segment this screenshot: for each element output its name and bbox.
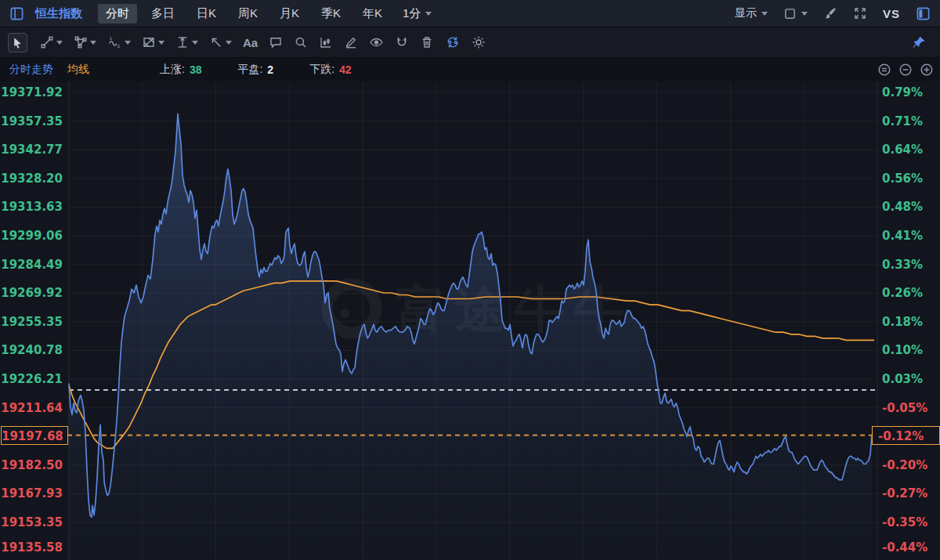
left-axis-label: 19255.35 [0,316,63,328]
advancers-label: 上涨: [160,63,185,77]
left-axis-label: 19328.20 [0,172,63,185]
advancers-stat: 上涨: 38 [160,63,201,77]
left-axis-label: 19357.35 [0,115,63,128]
fullscreen-icon[interactable] [853,6,867,20]
comment-tool[interactable] [269,35,283,49]
pin-icon[interactable] [912,35,926,49]
period-tabs: 分时多日日K周K月K季K年K [98,4,390,23]
right-axis-label: -0.27% [882,487,927,500]
left-axis-label: 19182.50 [0,459,63,471]
chevron-down-icon [158,41,164,45]
brush-icon[interactable] [823,6,837,20]
left-axis-label: 19240.78 [0,344,63,356]
tab-周K[interactable]: 周K [230,4,266,23]
right-axis-label: 0.41% [882,229,923,242]
right-axis-label: 0.18% [882,316,923,328]
chevron-down-icon [90,41,96,45]
sync-icon[interactable] [445,35,461,49]
right-axis-label: -0.05% [882,402,927,414]
candle-style-icon [783,7,797,20]
svg-text:1: 1 [110,36,113,41]
minute-chart-plot[interactable]: 富途牛牛 [0,81,940,560]
chart-area: 富途牛牛 19371.9219357.3519342.7719328.20193… [0,81,940,560]
zoom-in-button[interactable] [920,63,934,77]
right-axis-label: -0.44% [882,541,927,554]
decliners-value: 42 [339,63,352,76]
decliners-stat: 下跌: 42 [309,63,351,77]
left-axis-label: 19135.58 [0,541,63,554]
left-axis-label: 19153.35 [0,516,63,529]
cursor-tool[interactable] [8,33,27,52]
right-axis-label: 0.79% [882,86,923,99]
right-axis-label: 0.33% [882,258,923,271]
chevron-down-icon [192,41,198,45]
tab-月K[interactable]: 月K [272,4,307,23]
svg-text:3: 3 [118,44,121,49]
right-axis-label: 0.48% [882,201,923,213]
right-axis-label: 0.56% [882,172,923,185]
tab-多日[interactable]: 多日 [143,4,183,23]
right-axis-label: -0.20% [882,459,927,471]
panel-right-icon[interactable] [916,6,931,21]
drawing-toolbar: 1 3 Aa [0,27,940,58]
chart-header: 分时走势 均线 上涨: 38 平盘: 2 下跌: 42 [0,58,940,81]
tab-季K[interactable]: 季K [313,4,349,23]
text-tool[interactable]: Aa [243,36,258,49]
gear-icon[interactable] [472,35,486,49]
topbar-right: 显示 [735,6,931,21]
trading-chart-window: 恒生指数 分时多日日K周K月K季K年K 1分 显示 [0,0,940,560]
tab-分时[interactable]: 分时 [98,4,137,23]
zoom-reset-button[interactable] [877,63,891,77]
current-price-label: 19197.68 [1,426,68,445]
trash-icon[interactable] [420,35,434,49]
price-range-tool[interactable] [175,35,198,49]
left-axis-label: 19167.93 [0,487,63,500]
topbar-left: 恒生指数 分时多日日K周K月K季K年K 1分 [9,4,735,23]
unchanged-value: 2 [267,63,273,76]
chevron-down-icon [226,41,232,45]
eye-icon[interactable] [369,35,384,49]
chart-layout-icon[interactable] [9,6,24,21]
display-dropdown[interactable]: 显示 [735,6,768,20]
topbar: 恒生指数 分时多日日K周K月K季K年K 1分 显示 [0,0,940,27]
left-axis-label: 19371.92 [0,86,63,99]
text-tool-label: Aa [243,36,258,49]
shape-tool[interactable] [74,35,96,49]
candle-style-dropdown[interactable] [783,7,808,20]
pattern-tool[interactable] [142,35,164,49]
ruler-measure-icon[interactable] [319,35,333,49]
interval-label: 1分 [403,6,421,21]
zoom-out-button[interactable] [898,63,913,77]
ma-tab[interactable]: 均线 [67,63,89,77]
left-axis-label: 19211.64 [0,402,63,414]
trend-line-tool[interactable] [40,35,63,49]
left-axis-label: 19226.21 [0,373,63,385]
symbol-title[interactable]: 恒生指数 [35,6,82,21]
advancers-value: 38 [190,63,202,76]
right-axis-label: -0.35% [882,516,927,529]
chevron-down-icon [125,41,131,45]
tab-日K[interactable]: 日K [189,4,224,23]
unchanged-label: 平盘: [237,63,262,77]
magnet-icon[interactable] [395,35,409,49]
arrow-tool[interactable] [209,35,232,49]
breadth-stats: 上涨: 38 平盘: 2 下跌: 42 [160,63,352,77]
right-axis-label: 0.71% [882,115,923,128]
wave-count-tool[interactable]: 1 3 [107,35,131,49]
tab-年K[interactable]: 年K [355,4,390,23]
search-icon[interactable] [294,35,308,49]
left-axis-label: 19342.77 [0,143,63,156]
right-axis-label: 0.64% [882,143,923,156]
right-axis-label: 0.03% [882,373,923,385]
chevron-down-icon [56,41,63,45]
right-axis-label: 0.26% [882,287,923,299]
current-change-label: -0.12% [872,426,940,445]
left-axis-label: 19299.06 [0,229,63,242]
interval-select[interactable]: 1分 [403,6,432,21]
right-axis-label: 0.10% [882,344,923,356]
trend-tab[interactable]: 分时走势 [9,63,53,77]
unchanged-stat: 平盘: 2 [237,63,273,77]
pencil-icon[interactable] [344,35,358,49]
vs-compare-button[interactable]: VS [883,7,900,20]
chevron-down-icon [425,12,432,16]
